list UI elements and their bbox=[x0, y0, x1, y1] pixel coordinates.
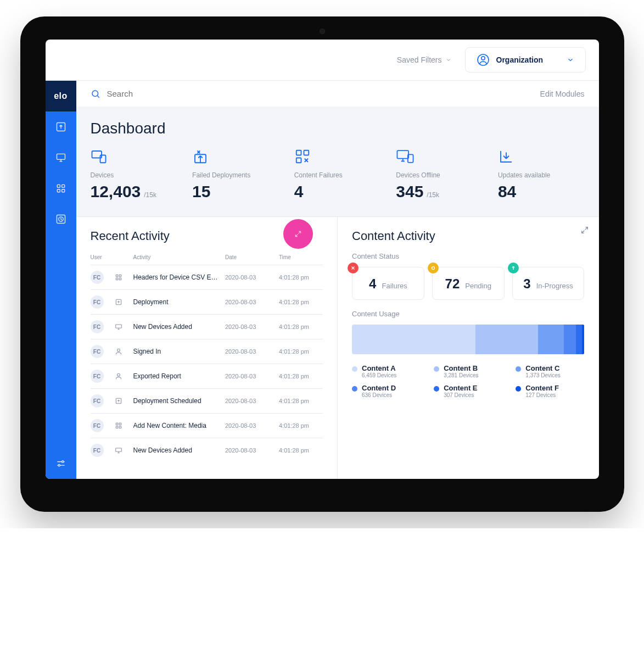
grid-icon bbox=[55, 183, 66, 194]
svg-rect-17 bbox=[304, 150, 309, 155]
svg-point-10 bbox=[61, 461, 63, 462]
search[interactable] bbox=[91, 88, 540, 99]
usage-bar-chart bbox=[352, 325, 585, 354]
activity-type-icon bbox=[115, 446, 129, 454]
camera-dot bbox=[320, 29, 325, 34]
search-row: Edit Modules bbox=[76, 81, 599, 107]
activity-description: New Devices Added bbox=[133, 446, 221, 454]
activity-description: Add New Content: Media bbox=[133, 422, 221, 429]
sidebar-item-schedule[interactable] bbox=[46, 204, 76, 234]
legend-name: Content D bbox=[362, 384, 396, 392]
stat-icon bbox=[192, 148, 279, 166]
stat-suffix: /15k bbox=[144, 191, 156, 199]
stat-value: 12,403/15k bbox=[91, 182, 177, 201]
monitor-icon bbox=[55, 152, 66, 163]
activity-time: 4:01:28 pm bbox=[279, 447, 323, 454]
activity-type-icon bbox=[115, 372, 129, 380]
activity-time: 4:01:28 pm bbox=[279, 398, 323, 404]
activity-date: 2020-08-03 bbox=[225, 274, 275, 281]
activity-date: 2020-08-03 bbox=[225, 398, 275, 404]
main: Edit Modules Dashboard Devices 12,403/15… bbox=[76, 81, 599, 479]
activity-time: 4:01:28 pm bbox=[279, 274, 323, 281]
status-label: Failures bbox=[382, 282, 407, 290]
saved-filters-label: Saved Filters bbox=[397, 55, 442, 64]
usage-segment[interactable] bbox=[582, 325, 584, 354]
brand-logo[interactable]: elo bbox=[46, 81, 76, 111]
status-card[interactable]: 4 Failures bbox=[352, 267, 424, 300]
svg-rect-26 bbox=[115, 325, 121, 328]
stat-card[interactable]: Failed Deployments 15 bbox=[192, 148, 279, 201]
status-card[interactable]: 72 Pending bbox=[432, 267, 505, 300]
expand-icon bbox=[294, 230, 302, 238]
svg-rect-4 bbox=[57, 185, 60, 187]
status-cards: 4 Failures 72 Pending 3 In-Progress bbox=[352, 267, 585, 300]
col-time: Time bbox=[279, 254, 323, 260]
table-row[interactable]: FC Signed In 2020-08-03 4:01:28 pm bbox=[91, 339, 323, 364]
stat-card[interactable]: Devices 12,403/15k bbox=[91, 148, 177, 201]
legend-item: Content E 307 Devices bbox=[434, 384, 502, 398]
search-input[interactable] bbox=[106, 88, 271, 99]
activity-date: 2020-08-03 bbox=[225, 299, 275, 305]
activity-time: 4:01:28 pm bbox=[279, 348, 323, 355]
upload-box-icon bbox=[55, 121, 66, 132]
sidebar-item-upload[interactable] bbox=[46, 111, 76, 142]
sidebar-item-apps[interactable] bbox=[46, 173, 76, 204]
legend-devices: 6,459 Devices bbox=[362, 372, 396, 378]
avatar: FC bbox=[91, 295, 104, 309]
svg-rect-19 bbox=[397, 150, 409, 159]
activity-time: 4:01:28 pm bbox=[279, 323, 323, 330]
svg-rect-22 bbox=[119, 275, 121, 277]
table-row[interactable]: FC Add New Content: Media 2020-08-03 4:0… bbox=[91, 413, 323, 438]
stat-value: 15 bbox=[192, 182, 279, 201]
stat-icon bbox=[91, 148, 177, 166]
svg-rect-32 bbox=[116, 426, 118, 428]
activity-description: Headers for Device CSV Expo... bbox=[133, 273, 221, 281]
status-label: In-Progress bbox=[536, 282, 573, 290]
svg-rect-6 bbox=[57, 189, 60, 192]
table-row[interactable]: FC New Devices Added 2020-08-03 4:01:28 … bbox=[91, 438, 323, 462]
content-usage-label: Content Usage bbox=[352, 310, 585, 318]
status-label: Pending bbox=[465, 282, 491, 290]
svg-rect-23 bbox=[116, 278, 118, 280]
activity-time: 4:01:28 pm bbox=[279, 422, 323, 429]
sidebar-item-settings[interactable] bbox=[46, 448, 76, 479]
table-row[interactable]: FC Deployment Scheduled 2020-08-03 4:01:… bbox=[91, 388, 323, 413]
status-card[interactable]: 3 In-Progress bbox=[512, 267, 585, 300]
highlight-marker bbox=[283, 219, 313, 249]
table-row[interactable]: FC Headers for Device CSV Expo... 2020-0… bbox=[91, 265, 323, 289]
header: Saved Filters Organization bbox=[46, 40, 599, 81]
status-badge-icon bbox=[508, 263, 519, 273]
stat-card[interactable]: Content Failures 4 bbox=[294, 148, 381, 201]
table-row[interactable]: FC Deployment 2020-08-03 4:01:28 pm bbox=[91, 289, 323, 314]
status-value: 72 bbox=[445, 276, 460, 292]
content-activity-title: Content Activity bbox=[352, 229, 585, 243]
edit-modules-link[interactable]: Edit Modules bbox=[540, 90, 585, 98]
svg-rect-21 bbox=[116, 275, 118, 277]
status-badge-icon bbox=[428, 263, 439, 273]
usage-segment[interactable] bbox=[475, 325, 538, 354]
usage-segment[interactable] bbox=[352, 325, 475, 354]
activity-type-icon bbox=[115, 422, 129, 429]
usage-segment[interactable] bbox=[576, 325, 582, 354]
activity-date: 2020-08-03 bbox=[225, 323, 275, 330]
activity-description: Exported Report bbox=[133, 372, 221, 380]
avatar: FC bbox=[91, 394, 104, 407]
stat-card[interactable]: Updates available 84 bbox=[498, 148, 585, 201]
stat-label: Devices Offline bbox=[396, 171, 483, 179]
organization-dropdown[interactable]: Organization bbox=[465, 47, 586, 72]
saved-filters-dropdown[interactable]: Saved Filters bbox=[397, 55, 452, 64]
sidebar-item-devices[interactable] bbox=[46, 142, 76, 173]
usage-segment[interactable] bbox=[564, 325, 576, 354]
stat-card[interactable]: Devices Offline 345/15k bbox=[396, 148, 483, 201]
table-row[interactable]: FC Exported Report 2020-08-03 4:01:28 pm bbox=[91, 364, 323, 388]
avatar: FC bbox=[91, 419, 104, 432]
content-activity-panel: Content Activity Content Status 4 Failur… bbox=[337, 217, 599, 479]
svg-rect-14 bbox=[100, 155, 105, 163]
table-row[interactable]: FC New Devices Added 2020-08-03 4:01:28 … bbox=[91, 314, 323, 339]
svg-point-11 bbox=[58, 465, 60, 466]
legend-item: Content B 3,281 Devices bbox=[434, 364, 502, 378]
expand-panel-button[interactable] bbox=[580, 226, 589, 234]
legend-name: Content A bbox=[362, 364, 396, 372]
usage-segment[interactable] bbox=[538, 325, 564, 354]
activity-description: New Devices Added bbox=[133, 323, 221, 331]
